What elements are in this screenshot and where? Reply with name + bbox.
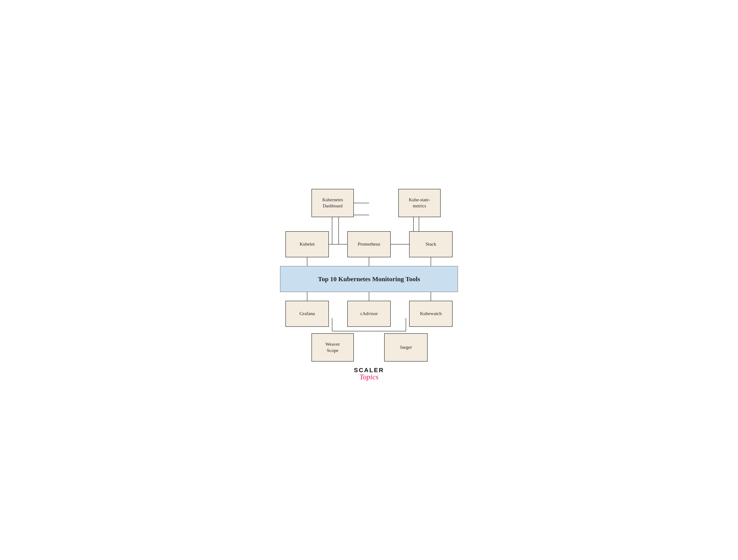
logo: SCALER Topics [354, 367, 384, 381]
prometheus-node: Prometheus [347, 231, 391, 257]
kubelet-node: Kubelet [286, 231, 329, 257]
logo-topics: Topics [359, 373, 379, 381]
weaver-scope-node: WeaverScope [312, 333, 354, 361]
jaeger-node: Jaeger [384, 333, 428, 361]
center-node: Top 10 Kubernetes Monitoring Tools [280, 266, 458, 292]
grafana-node: Grafana [286, 301, 329, 327]
cadvisor-node: cAdvisor [347, 301, 391, 327]
stack-node: Stack [409, 231, 452, 257]
kubewatch-node: Kubewatch [409, 301, 452, 327]
kube-state-metrics-node: Kube-state-metrics [398, 189, 441, 217]
kubernetes-dashboard-node: Kubernetes Dashboard [312, 189, 354, 217]
